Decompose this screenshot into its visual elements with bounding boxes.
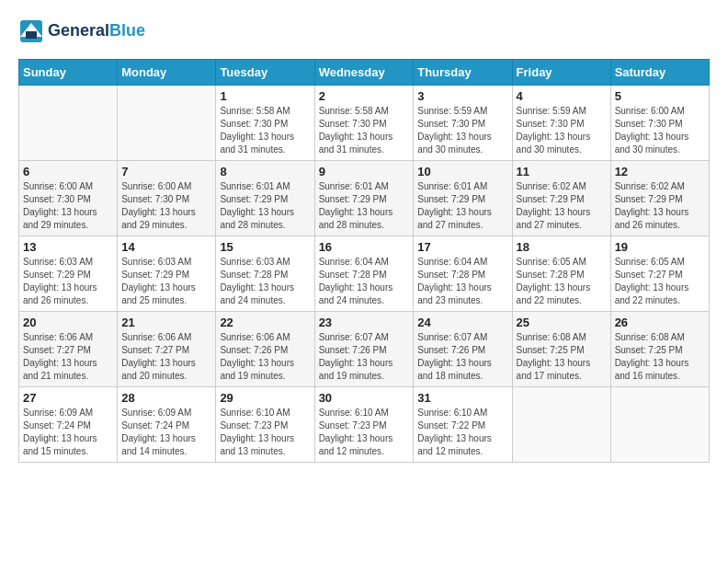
day-number: 20	[23, 316, 113, 329]
day-info: Sunrise: 6:05 AM Sunset: 7:28 PM Dayligh…	[517, 256, 607, 307]
weekday-header-thursday: Thursday	[414, 60, 512, 86]
calendar-cell	[19, 86, 118, 161]
day-number: 2	[319, 89, 410, 103]
day-info: Sunrise: 6:06 AM Sunset: 7:27 PM Dayligh…	[23, 331, 113, 383]
day-number: 13	[23, 240, 113, 254]
day-number: 7	[121, 165, 211, 178]
calendar-cell: 9Sunrise: 6:01 AM Sunset: 7:29 PM Daylig…	[314, 161, 414, 236]
calendar-cell: 17Sunrise: 6:04 AM Sunset: 7:28 PM Dayli…	[414, 236, 512, 312]
calendar-cell: 10Sunrise: 6:01 AM Sunset: 7:29 PM Dayli…	[414, 161, 512, 236]
calendar-cell: 1Sunrise: 5:58 AM Sunset: 7:30 PM Daylig…	[216, 86, 314, 161]
day-info: Sunrise: 6:00 AM Sunset: 7:30 PM Dayligh…	[615, 105, 705, 156]
day-info: Sunrise: 5:59 AM Sunset: 7:30 PM Dayligh…	[417, 105, 507, 156]
calendar-cell	[512, 387, 610, 463]
calendar-week-5: 27Sunrise: 6:09 AM Sunset: 7:24 PM Dayli…	[19, 387, 710, 463]
day-number: 15	[220, 240, 310, 254]
day-info: Sunrise: 6:02 AM Sunset: 7:29 PM Dayligh…	[615, 180, 705, 232]
calendar-cell	[610, 387, 709, 463]
day-info: Sunrise: 6:03 AM Sunset: 7:29 PM Dayligh…	[121, 256, 211, 307]
weekday-header-friday: Friday	[512, 60, 610, 86]
day-info: Sunrise: 6:08 AM Sunset: 7:25 PM Dayligh…	[615, 331, 705, 383]
day-number: 9	[319, 165, 410, 178]
day-info: Sunrise: 5:58 AM Sunset: 7:30 PM Dayligh…	[319, 105, 410, 156]
calendar-cell: 2Sunrise: 5:58 AM Sunset: 7:30 PM Daylig…	[314, 86, 414, 161]
day-number: 3	[417, 89, 507, 103]
svg-rect-2	[26, 31, 37, 39]
day-info: Sunrise: 6:02 AM Sunset: 7:29 PM Dayligh…	[517, 180, 607, 232]
calendar-cell: 15Sunrise: 6:03 AM Sunset: 7:28 PM Dayli…	[216, 236, 314, 312]
day-number: 24	[417, 316, 507, 329]
day-info: Sunrise: 6:03 AM Sunset: 7:29 PM Dayligh…	[23, 256, 113, 307]
calendar-cell: 21Sunrise: 6:06 AM Sunset: 7:27 PM Dayli…	[118, 312, 216, 387]
calendar-cell: 24Sunrise: 6:07 AM Sunset: 7:26 PM Dayli…	[414, 312, 512, 387]
day-number: 29	[220, 391, 310, 405]
day-number: 10	[417, 165, 507, 178]
day-info: Sunrise: 6:10 AM Sunset: 7:23 PM Dayligh…	[319, 407, 410, 458]
day-info: Sunrise: 6:06 AM Sunset: 7:26 PM Dayligh…	[220, 331, 310, 383]
calendar-cell: 11Sunrise: 6:02 AM Sunset: 7:29 PM Dayli…	[512, 161, 610, 236]
day-number: 31	[417, 391, 507, 405]
calendar-cell: 26Sunrise: 6:08 AM Sunset: 7:25 PM Dayli…	[610, 312, 709, 387]
calendar-cell: 8Sunrise: 6:01 AM Sunset: 7:29 PM Daylig…	[216, 161, 314, 236]
calendar-week-3: 13Sunrise: 6:03 AM Sunset: 7:29 PM Dayli…	[19, 236, 710, 312]
day-number: 26	[615, 316, 705, 329]
day-info: Sunrise: 6:06 AM Sunset: 7:27 PM Dayligh…	[121, 331, 211, 383]
day-number: 6	[23, 165, 113, 178]
weekday-header-tuesday: Tuesday	[216, 60, 314, 86]
calendar-cell: 6Sunrise: 6:00 AM Sunset: 7:30 PM Daylig…	[19, 161, 118, 236]
calendar-week-1: 1Sunrise: 5:58 AM Sunset: 7:30 PM Daylig…	[19, 86, 710, 161]
day-info: Sunrise: 6:07 AM Sunset: 7:26 PM Dayligh…	[319, 331, 410, 383]
day-number: 30	[319, 391, 410, 405]
day-number: 23	[319, 316, 410, 329]
day-info: Sunrise: 6:07 AM Sunset: 7:26 PM Dayligh…	[417, 331, 507, 383]
day-info: Sunrise: 6:05 AM Sunset: 7:27 PM Dayligh…	[615, 256, 705, 307]
day-info: Sunrise: 5:59 AM Sunset: 7:30 PM Dayligh…	[517, 105, 607, 156]
calendar-cell: 14Sunrise: 6:03 AM Sunset: 7:29 PM Dayli…	[118, 236, 216, 312]
day-info: Sunrise: 6:04 AM Sunset: 7:28 PM Dayligh…	[319, 256, 410, 307]
calendar-cell: 7Sunrise: 6:00 AM Sunset: 7:30 PM Daylig…	[118, 161, 216, 236]
calendar-cell: 23Sunrise: 6:07 AM Sunset: 7:26 PM Dayli…	[314, 312, 414, 387]
weekday-row: SundayMondayTuesdayWednesdayThursdayFrid…	[19, 60, 710, 86]
page-header: GeneralBlue	[18, 18, 710, 44]
calendar-table: SundayMondayTuesdayWednesdayThursdayFrid…	[18, 59, 710, 463]
day-info: Sunrise: 5:58 AM Sunset: 7:30 PM Dayligh…	[220, 105, 310, 156]
weekday-header-sunday: Sunday	[19, 60, 118, 86]
calendar-body: 1Sunrise: 5:58 AM Sunset: 7:30 PM Daylig…	[19, 86, 710, 463]
calendar-cell: 16Sunrise: 6:04 AM Sunset: 7:28 PM Dayli…	[314, 236, 414, 312]
calendar-cell: 22Sunrise: 6:06 AM Sunset: 7:26 PM Dayli…	[216, 312, 314, 387]
day-number: 22	[220, 316, 310, 329]
day-info: Sunrise: 6:00 AM Sunset: 7:30 PM Dayligh…	[23, 180, 113, 232]
weekday-header-monday: Monday	[118, 60, 216, 86]
logo-text: GeneralBlue	[48, 22, 145, 40]
weekday-header-saturday: Saturday	[610, 60, 709, 86]
day-info: Sunrise: 6:10 AM Sunset: 7:22 PM Dayligh…	[417, 407, 507, 458]
calendar-cell: 30Sunrise: 6:10 AM Sunset: 7:23 PM Dayli…	[314, 387, 414, 463]
day-info: Sunrise: 6:00 AM Sunset: 7:30 PM Dayligh…	[121, 180, 211, 232]
calendar-cell: 25Sunrise: 6:08 AM Sunset: 7:25 PM Dayli…	[512, 312, 610, 387]
day-info: Sunrise: 6:09 AM Sunset: 7:24 PM Dayligh…	[23, 407, 113, 458]
day-number: 4	[517, 89, 607, 103]
day-info: Sunrise: 6:01 AM Sunset: 7:29 PM Dayligh…	[220, 180, 310, 232]
calendar-week-2: 6Sunrise: 6:00 AM Sunset: 7:30 PM Daylig…	[19, 161, 710, 236]
day-number: 25	[517, 316, 607, 329]
calendar-cell: 5Sunrise: 6:00 AM Sunset: 7:30 PM Daylig…	[610, 86, 709, 161]
calendar-cell: 18Sunrise: 6:05 AM Sunset: 7:28 PM Dayli…	[512, 236, 610, 312]
day-number: 14	[121, 240, 211, 254]
day-number: 8	[220, 165, 310, 178]
calendar-cell: 3Sunrise: 5:59 AM Sunset: 7:30 PM Daylig…	[414, 86, 512, 161]
day-number: 21	[121, 316, 211, 329]
day-number: 18	[517, 240, 607, 254]
calendar-week-4: 20Sunrise: 6:06 AM Sunset: 7:27 PM Dayli…	[19, 312, 710, 387]
day-number: 12	[615, 165, 705, 178]
calendar-cell: 12Sunrise: 6:02 AM Sunset: 7:29 PM Dayli…	[610, 161, 709, 236]
day-info: Sunrise: 6:03 AM Sunset: 7:28 PM Dayligh…	[220, 256, 310, 307]
calendar-cell: 29Sunrise: 6:10 AM Sunset: 7:23 PM Dayli…	[216, 387, 314, 463]
day-number: 16	[319, 240, 410, 254]
day-number: 19	[615, 240, 705, 254]
calendar-cell: 13Sunrise: 6:03 AM Sunset: 7:29 PM Dayli…	[19, 236, 118, 312]
day-info: Sunrise: 6:10 AM Sunset: 7:23 PM Dayligh…	[220, 407, 310, 458]
calendar-cell: 4Sunrise: 5:59 AM Sunset: 7:30 PM Daylig…	[512, 86, 610, 161]
day-info: Sunrise: 6:08 AM Sunset: 7:25 PM Dayligh…	[517, 331, 607, 383]
day-number: 11	[517, 165, 607, 178]
calendar-cell: 28Sunrise: 6:09 AM Sunset: 7:24 PM Dayli…	[118, 387, 216, 463]
